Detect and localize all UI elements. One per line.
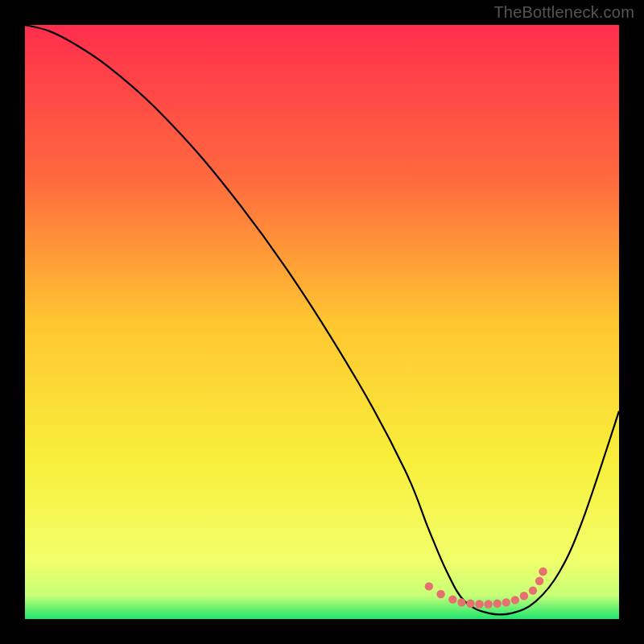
marker-dot (493, 600, 502, 608)
marker-dot (466, 600, 474, 608)
marker-dot (448, 595, 456, 603)
marker-dot (520, 592, 528, 600)
marker-dot (511, 596, 519, 604)
marker-dot (484, 600, 492, 608)
chart-svg (25, 25, 619, 619)
marker-dot (529, 586, 537, 594)
marker-dot (475, 600, 483, 608)
marker-dot (457, 598, 465, 606)
marker-dot (425, 582, 433, 590)
watermark-text: TheBottleneck.com (493, 3, 634, 22)
marker-dot (436, 590, 444, 598)
marker-dot (502, 598, 510, 606)
chart-container: TheBottleneck.com (0, 0, 644, 644)
marker-dot (535, 577, 543, 585)
marker-dot (539, 568, 547, 576)
plot-area (25, 25, 619, 619)
